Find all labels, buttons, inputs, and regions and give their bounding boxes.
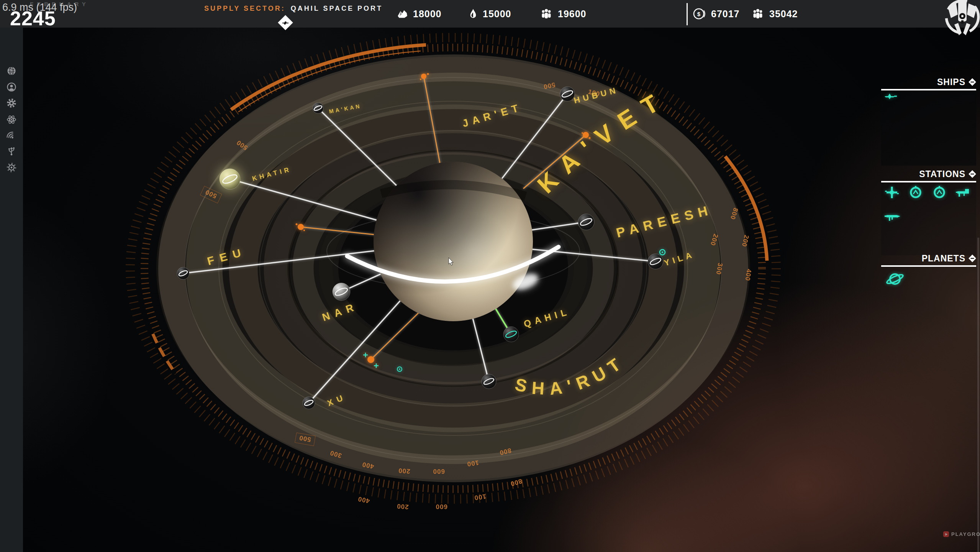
- watermark-logo-icon: [943, 531, 949, 537]
- planets-panel-header[interactable]: PLANETS: [881, 252, 976, 264]
- resource-crew: 19600: [540, 0, 587, 28]
- moon-yila[interactable]: [648, 254, 663, 269]
- minerals-value: 18000: [413, 8, 442, 20]
- planets-panel-title: PLANETS: [922, 253, 965, 264]
- panel-collapse-icon[interactable]: [969, 170, 976, 178]
- helm-icon[interactable]: [7, 163, 16, 172]
- resource-credits: $ 67017: [693, 0, 740, 28]
- credits-value: 67017: [711, 8, 740, 20]
- watermark-text: PLAYGROUND: [951, 531, 980, 537]
- ships-panel-title: SHIPS: [937, 77, 965, 87]
- svg-text:600: 600: [433, 468, 445, 475]
- minerals-icon: [397, 9, 408, 19]
- moon-feu[interactable]: [177, 267, 189, 279]
- moon-qahil[interactable]: [503, 327, 519, 342]
- stations-panel-title: STATIONS: [919, 169, 965, 179]
- panel-scrollbar[interactable]: [977, 238, 979, 552]
- system-map[interactable]: 500 100 500 500 500 800 200 200 300 400 …: [0, 0, 980, 552]
- moon-khatir[interactable]: [220, 169, 240, 189]
- svg-text:800: 800: [510, 477, 523, 488]
- settings-icon[interactable]: [7, 98, 16, 108]
- supply-port-icon[interactable]: [277, 14, 294, 31]
- crew-icon: [540, 8, 552, 19]
- moon-sharut[interactable]: [482, 374, 496, 389]
- planet-kavet[interactable]: [374, 162, 533, 321]
- moon-xu[interactable]: [303, 397, 315, 409]
- research-icon[interactable]: [7, 115, 16, 125]
- planets-panel-body: [881, 267, 976, 333]
- planets-panel: PLANETS: [881, 252, 976, 333]
- svg-text:600: 600: [436, 503, 447, 510]
- fuel-icon: [469, 8, 477, 19]
- svg-text:400: 400: [357, 495, 370, 505]
- panel-collapse-icon[interactable]: [969, 78, 976, 86]
- credits-icon: $: [693, 7, 706, 20]
- profile-icon[interactable]: [7, 82, 16, 92]
- resource-population: 35042: [752, 0, 798, 28]
- moon-nar[interactable]: [333, 283, 350, 301]
- moon-hubun[interactable]: [560, 87, 575, 101]
- stations-panel-body: [881, 182, 976, 255]
- topbar-divider: [687, 3, 688, 25]
- svg-text:100: 100: [474, 493, 487, 501]
- game-screen: 500 100 500 500 500 800 200 200 300 400 …: [0, 0, 980, 552]
- stations-panel: STATIONS: [881, 168, 976, 255]
- station-barge-icon[interactable]: [884, 209, 901, 224]
- station-platform-icon[interactable]: [955, 185, 971, 200]
- crew-value: 19600: [558, 8, 587, 20]
- station-ring-icon[interactable]: [932, 185, 947, 200]
- population-icon: [752, 8, 764, 19]
- station-ring-icon[interactable]: [908, 185, 923, 200]
- svg-text:200: 200: [398, 467, 411, 475]
- supply-sector-label: SUPPLY SECTOR:: [204, 5, 285, 12]
- moon-makan[interactable]: [313, 103, 323, 113]
- station-cross-icon[interactable]: [884, 185, 900, 200]
- top-bar: FEBRUARY 2245 SUPPLY SECTOR:QAHIL SPACE …: [0, 0, 980, 28]
- resource-minerals: 18000: [397, 0, 442, 28]
- svg-text:200: 200: [397, 503, 409, 511]
- fps-overlay: 6.9 ms (144 fps): [2, 2, 77, 13]
- resource-fuel: 15000: [469, 0, 511, 28]
- population-value: 35042: [769, 8, 798, 20]
- ringed-planet-icon[interactable]: [884, 269, 906, 289]
- svg-text:$: $: [697, 11, 701, 17]
- comms-icon[interactable]: [7, 131, 16, 141]
- watermark: PLAYGROUND: [943, 531, 980, 537]
- ships-panel-body: [881, 90, 976, 166]
- left-toolbar: [0, 28, 23, 552]
- supply-sector: SUPPLY SECTOR:QAHIL SPACE PORT: [204, 5, 383, 13]
- supply-sector-value: QAHIL SPACE PORT: [291, 5, 383, 12]
- moon-pareesh[interactable]: [578, 214, 594, 230]
- fuel-value: 15000: [483, 8, 511, 20]
- panel-collapse-icon[interactable]: [969, 255, 976, 262]
- globe-icon[interactable]: [7, 66, 16, 76]
- stations-panel-header[interactable]: STATIONS: [881, 168, 976, 180]
- faction-emblem[interactable]: [943, 0, 980, 45]
- ship-icon[interactable]: [884, 93, 897, 100]
- connections-icon[interactable]: [7, 146, 16, 156]
- ships-panel: SHIPS: [881, 76, 976, 166]
- ships-panel-header[interactable]: SHIPS: [881, 76, 976, 88]
